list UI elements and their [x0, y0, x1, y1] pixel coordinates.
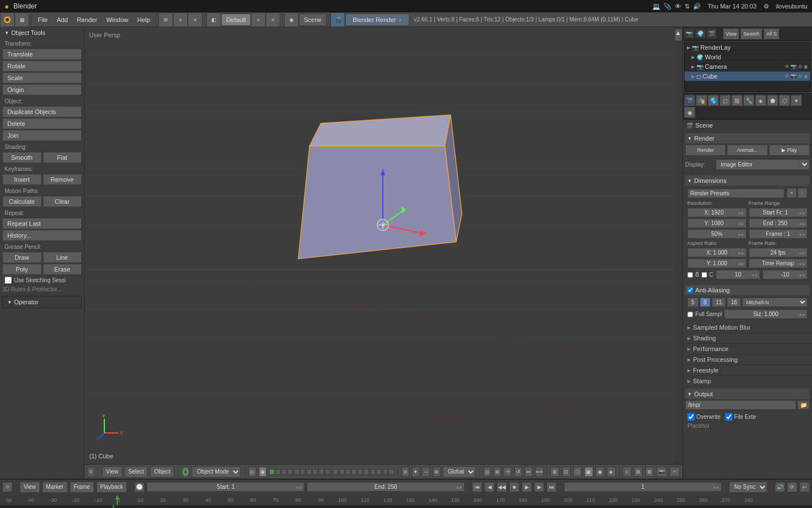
- aa-header[interactable]: Anti-Aliasing: [685, 285, 810, 295]
- shading-section[interactable]: ▶ Shading: [683, 333, 812, 344]
- layer-dot-5[interactable]: [294, 469, 299, 475]
- overwrite-cb[interactable]: [687, 413, 695, 421]
- next-frame-btn[interactable]: ▶: [534, 482, 544, 492]
- layer-dot-2[interactable]: [275, 469, 281, 475]
- poly-button[interactable]: Poly: [2, 264, 42, 275]
- play-btn[interactable]: ▶: [522, 482, 532, 492]
- scene-setting-icon[interactable]: 🎭: [696, 95, 707, 106]
- post-processing-section[interactable]: ▶ Post Processing: [683, 354, 812, 365]
- sync-select[interactable]: No Sync: [729, 481, 767, 493]
- line-button[interactable]: Line: [43, 252, 82, 263]
- cube-vis-sel[interactable]: ⊕: [798, 73, 802, 79]
- object-btn[interactable]: Object: [150, 466, 174, 478]
- obj-setting-icon[interactable]: ◻: [720, 95, 731, 106]
- tl-marker-btn[interactable]: Marker: [42, 481, 68, 493]
- insert-button[interactable]: Insert: [2, 174, 42, 185]
- shade-render-icon[interactable]: ◈: [607, 467, 616, 477]
- all-btn[interactable]: All S: [764, 28, 780, 40]
- menu-help[interactable]: Help: [133, 12, 155, 27]
- workspace-icon[interactable]: ◧: [206, 12, 221, 27]
- manip-icon[interactable]: ⊞: [634, 467, 643, 477]
- b-checkbox[interactable]: [687, 272, 693, 278]
- shade-wire-icon[interactable]: ⬡: [573, 467, 582, 477]
- layer-dot-9[interactable]: [319, 469, 324, 475]
- aa-filter-select[interactable]: Mitchell-N: [742, 297, 807, 307]
- layout-add[interactable]: +: [173, 12, 188, 27]
- clock-icon[interactable]: 🕐: [134, 482, 144, 492]
- aa-checkbox[interactable]: [687, 287, 693, 293]
- viewport-menu-icon[interactable]: ⊙: [87, 467, 95, 477]
- jump-end-btn[interactable]: ⏭: [546, 482, 557, 492]
- layer-icon1[interactable]: ◎: [248, 467, 256, 477]
- output-browse-btn[interactable]: 📁: [797, 400, 810, 410]
- game-icon[interactable]: 🎮: [669, 467, 680, 477]
- full-sample-cb[interactable]: [687, 312, 693, 317]
- grab-icon[interactable]: ☩: [504, 467, 511, 477]
- pct-field[interactable]: 50%: [687, 229, 747, 239]
- physics-icon[interactable]: ◉: [684, 107, 695, 118]
- presets-add[interactable]: +: [787, 188, 797, 198]
- snap2-icon[interactable]: ✦: [412, 467, 420, 477]
- aa-16[interactable]: 16: [727, 297, 741, 307]
- pivot-icon[interactable]: ⊕: [493, 467, 501, 477]
- duplicate-objects-button[interactable]: Duplicate Objects: [2, 106, 82, 117]
- workspace-default[interactable]: Default: [221, 14, 251, 26]
- shade-solid-icon[interactable]: ▣: [584, 467, 593, 477]
- render-prop-icon[interactable]: 🎬: [684, 95, 695, 106]
- layer-dot-14[interactable]: [351, 469, 357, 475]
- texture-icon[interactable]: ⬡: [779, 95, 790, 106]
- x-res-field[interactable]: X: 1920: [687, 208, 747, 217]
- start-field[interactable]: Start: 1: [147, 482, 304, 492]
- layer-dot-6[interactable]: [300, 469, 306, 475]
- c-checkbox[interactable]: [701, 272, 707, 278]
- data-icon[interactable]: ◈: [755, 95, 766, 106]
- view-all-btn[interactable]: View: [723, 28, 739, 40]
- stamp-section[interactable]: ▶ Stamp: [683, 376, 812, 387]
- dot-icon[interactable]: ●: [182, 467, 189, 477]
- material-icon[interactable]: ⬟: [767, 95, 778, 106]
- aspect-y-field[interactable]: Y: 1.000: [687, 259, 747, 268]
- display-select[interactable]: Image Editor: [716, 159, 810, 170]
- layer-dot-4[interactable]: [288, 469, 293, 475]
- layer-dot-13[interactable]: [345, 469, 351, 475]
- viewport[interactable]: X Y Z User Persp (1) Cube ▲: [85, 27, 682, 464]
- mirror-icon[interactable]: ⟺: [535, 467, 544, 477]
- dimensions-header[interactable]: ▼ Dimensions: [685, 176, 810, 186]
- layer-dot-10[interactable]: [325, 469, 330, 475]
- end-field[interactable]: End: 250: [307, 482, 465, 492]
- aa-11[interactable]: 11: [712, 297, 726, 307]
- tree-item-world[interactable]: ▶ 🌍 World: [685, 52, 810, 62]
- scene-link-icon[interactable]: ◉: [284, 12, 299, 27]
- modifier-icon[interactable]: 🔧: [743, 95, 754, 106]
- tl-playback-btn[interactable]: Playback: [96, 481, 127, 493]
- layer-dot-19[interactable]: [382, 469, 388, 475]
- layer-dot-16[interactable]: [364, 469, 369, 475]
- render-engine-btn[interactable]: Blender Render ●: [345, 14, 409, 26]
- scene-name[interactable]: Scene: [299, 14, 326, 26]
- draw-button[interactable]: Draw: [2, 252, 42, 263]
- timeline-track[interactable]: [0, 505, 812, 508]
- render-icon[interactable]: 🎬: [330, 12, 345, 27]
- timeline-menu-icon[interactable]: ⊙: [2, 482, 12, 492]
- search-all-btn[interactable]: Search: [740, 28, 762, 40]
- translate-button[interactable]: Translate: [2, 49, 82, 60]
- rotate-button[interactable]: Rotate: [2, 60, 82, 72]
- layout-icon[interactable]: ⊞: [158, 12, 173, 27]
- y-res-field[interactable]: Y: 1080: [687, 218, 747, 228]
- jump-start-btn[interactable]: ⏮: [472, 482, 482, 492]
- history-button[interactable]: History...: [2, 230, 82, 241]
- render-presets-btn[interactable]: Render Presets: [687, 189, 784, 198]
- stop-btn[interactable]: ■: [509, 482, 519, 492]
- repeat-last-button[interactable]: Repeat Last: [2, 218, 82, 229]
- play-btn[interactable]: ▶ Play: [769, 144, 810, 156]
- render-vis-icon[interactable]: ⊞: [550, 467, 559, 477]
- cube-vis-eye[interactable]: 👁: [784, 73, 789, 79]
- calculate-button[interactable]: Calculate: [2, 196, 42, 207]
- remove-button[interactable]: Remove: [43, 174, 82, 185]
- render-vis2-icon[interactable]: ⊡: [562, 467, 571, 477]
- erase-button[interactable]: Erase: [43, 264, 82, 275]
- viewport-scrollbar[interactable]: ▲: [674, 27, 682, 464]
- end-fr-field[interactable]: End : 250: [749, 218, 808, 228]
- performance-section[interactable]: ▶ Performance: [683, 344, 812, 354]
- layer-dot-18[interactable]: [376, 469, 382, 475]
